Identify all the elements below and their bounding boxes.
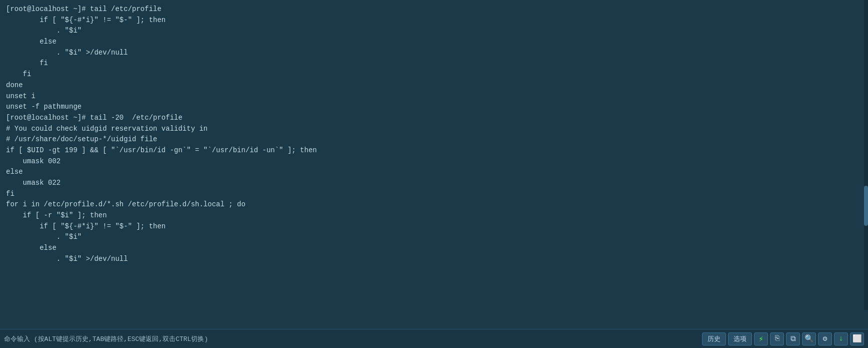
cmd-label: 命令输入 (按ALT键提示历史,TAB键路径,ESC键返回,双击CTRL切换) [4,334,208,343]
search-icon: 🔍 [804,334,814,343]
terminal-line: for i in /etc/profile.d/*.sh /etc/profil… [6,199,862,210]
cmd-input-area: 命令输入 (按ALT键提示历史,TAB键路径,ESC键返回,双击CTRL切换) [4,334,702,343]
terminal-line: else [6,243,862,254]
terminal-line: unset i [6,91,862,102]
terminal-line: umask 002 [6,156,862,167]
terminal-line: . "$i" >/dev/null [6,48,862,59]
terminal-line: # /usr/share/doc/setup-*/uidgid file [6,134,862,145]
toolbar: 历史 选项 ⚡ ⎘ ⧉ 🔍 ⚙ ↓ ⬜ [702,332,864,345]
settings-icon-button[interactable]: ⚙ [818,332,832,345]
copy2-icon-button[interactable]: ⧉ [786,332,800,345]
fullscreen-icon: ⬜ [852,334,862,343]
terminal-line: fi [6,69,862,80]
terminal-line: . "$i" [6,232,862,243]
terminal-line: # You could check uidgid reservation val… [6,124,862,135]
search-icon-button[interactable]: 🔍 [802,332,816,345]
copy1-icon: ⎘ [775,334,780,343]
terminal-line: done [6,80,862,91]
lightning-icon: ⚡ [758,334,764,344]
fullscreen-icon-button[interactable]: ⬜ [850,332,864,345]
terminal-line: [root@localhost ~]# tail /etc/profile [6,4,862,15]
scrollbar-thumb[interactable] [864,186,868,226]
download-icon: ↓ [838,334,843,343]
terminal-line: [root@localhost ~]# tail -20 /etc/profil… [6,113,862,124]
scrollbar-track[interactable] [864,0,868,310]
download-icon-button[interactable]: ↓ [834,332,848,345]
terminal-line: . "$i" >/dev/null [6,254,862,265]
terminal-line: else [6,37,862,48]
terminal-line: . "$i" [6,26,862,37]
lightning-icon-button[interactable]: ⚡ [754,332,768,345]
bottom-bar: 命令输入 (按ALT键提示历史,TAB键路径,ESC键返回,双击CTRL切换) … [0,329,868,348]
terminal-line: if [ $UID -gt 199 ] && [ "`/usr/bin/id -… [6,145,862,156]
terminal-line: umask 022 [6,178,862,189]
options-button[interactable]: 选项 [728,332,752,345]
terminal-line: else [6,167,862,178]
copy1-icon-button[interactable]: ⎘ [770,332,784,345]
terminal-line: fi [6,58,862,69]
history-button[interactable]: 历史 [702,332,726,345]
terminal-line: if [ "${-#*i}" != "$-" ]; then [6,221,862,232]
cmd-input[interactable] [212,335,702,342]
terminal-output: [root@localhost ~]# tail /etc/profile if… [0,0,868,269]
terminal-line: fi [6,189,862,200]
settings-icon: ⚙ [822,334,827,343]
terminal-line: if [ "${-#*i}" != "$-" ]; then [6,15,862,26]
copy2-icon: ⧉ [790,334,796,343]
terminal-line: if [ -r "$i" ]; then [6,210,862,221]
terminal-line: unset -f pathmunge [6,102,862,113]
